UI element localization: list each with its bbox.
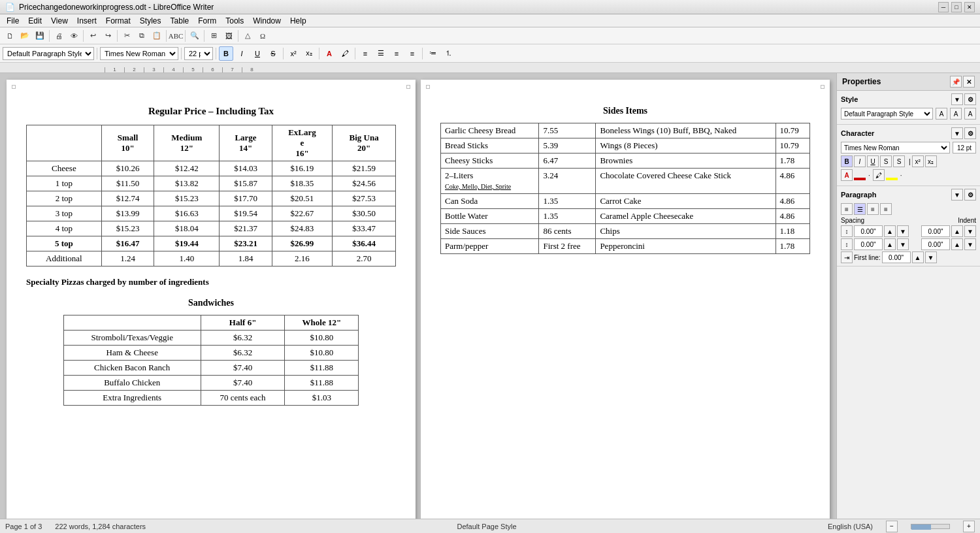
menu-form[interactable]: Form	[194, 15, 220, 27]
para-align-left[interactable]: ≡	[841, 203, 853, 215]
char-strike-button[interactable]: S	[880, 155, 892, 167]
character-section-label: Character	[841, 129, 874, 137]
menu-table[interactable]: Table	[167, 15, 193, 27]
new-button[interactable]: 🗋	[3, 29, 17, 43]
menu-help[interactable]: Help	[286, 15, 310, 27]
subscript-button[interactable]: x₂	[302, 46, 316, 61]
spacing-above-down[interactable]: ▼	[897, 225, 909, 237]
menu-insert[interactable]: Insert	[73, 15, 101, 27]
char-bold-button[interactable]: B	[841, 155, 853, 167]
preview-button[interactable]: 👁	[67, 29, 81, 43]
font-color-button[interactable]: A	[322, 46, 336, 61]
para-align-right[interactable]: ≡	[867, 203, 879, 215]
bold-button[interactable]: B	[219, 46, 233, 61]
char-shadow-button[interactable]: S	[893, 155, 905, 167]
firstline-down[interactable]: ▼	[925, 251, 937, 263]
panel-font-size-input[interactable]	[953, 142, 976, 153]
indent-right-down[interactable]: ▼	[964, 238, 976, 250]
menu-window[interactable]: Window	[249, 15, 285, 27]
spacing-above-up[interactable]: ▲	[884, 225, 896, 237]
menu-view[interactable]: View	[47, 15, 72, 27]
size-dropdown[interactable]: 22 pt	[184, 47, 213, 60]
status-zoom-in[interactable]: +	[963, 521, 975, 532]
char-super-button[interactable]: x²	[912, 155, 924, 167]
undo-button[interactable]: ↩	[86, 29, 100, 43]
menu-tools[interactable]: Tools	[221, 15, 248, 27]
style-settings-button[interactable]: ⚙	[964, 93, 976, 105]
zoom-slider[interactable]	[911, 524, 950, 529]
page-left: Regular Price – Including Tax Small10" M…	[7, 80, 416, 519]
align-center-button[interactable]: ☰	[374, 46, 388, 61]
insert-image-button[interactable]: 🖼	[221, 29, 236, 43]
properties-pin-button[interactable]: 📌	[950, 76, 962, 88]
strikethrough-button[interactable]: S	[266, 46, 280, 61]
char-expand-button[interactable]: ▼	[951, 127, 963, 139]
para-align-center[interactable]: ☰	[854, 203, 866, 215]
panel-style-dropdown[interactable]: Default Paragraph Style	[841, 108, 933, 120]
copy-button[interactable]: ⧉	[135, 29, 149, 43]
highlight-button[interactable]: 🖍	[338, 46, 352, 61]
menu-format[interactable]: Format	[102, 15, 135, 27]
style-dropdown[interactable]: Default Paragraph Style	[3, 47, 94, 60]
italic-button[interactable]: I	[235, 46, 249, 61]
minimize-button[interactable]: ─	[938, 2, 949, 12]
style-a2-button[interactable]: A	[964, 108, 976, 120]
indent-right-up[interactable]: ▲	[951, 238, 963, 250]
align-justify-button[interactable]: ≡	[405, 46, 419, 61]
align-right-button[interactable]: ≡	[389, 46, 404, 61]
char-underline-button[interactable]: U	[867, 155, 879, 167]
firstline-up[interactable]: ▲	[912, 251, 924, 263]
spacing-below-up[interactable]: ▲	[884, 238, 896, 250]
spacing-above-input[interactable]	[854, 225, 883, 237]
spacing-below-down[interactable]: ▼	[897, 238, 909, 250]
char-sub-button[interactable]: x₂	[925, 155, 937, 167]
spellcheck-button[interactable]: ABC	[169, 29, 183, 43]
numbering-button[interactable]: ⒈	[441, 46, 455, 61]
redo-button[interactable]: ↪	[101, 29, 115, 43]
close-button[interactable]: ✕	[964, 2, 975, 12]
maximize-button[interactable]: □	[951, 2, 962, 12]
char-font-color-button[interactable]: A	[841, 169, 853, 181]
cut-button[interactable]: ✂	[120, 29, 134, 43]
paste-button[interactable]: 📋	[150, 29, 164, 43]
cell-val: $16.47	[101, 236, 154, 251]
font-dropdown[interactable]: Times New Roman	[100, 47, 178, 60]
para-settings-button[interactable]: ⚙	[964, 189, 976, 201]
sand-whole: $11.88	[285, 361, 359, 376]
spacing-below-input[interactable]	[854, 238, 883, 250]
char-highlight-button[interactable]: 🖍	[873, 169, 885, 181]
indent-left-input[interactable]	[921, 225, 950, 237]
print-button[interactable]: 🖨	[52, 29, 66, 43]
status-zoom-out[interactable]: −	[886, 521, 898, 532]
bullets-button[interactable]: ≔	[425, 46, 440, 61]
panel-font-dropdown[interactable]: Times New Roman	[841, 142, 950, 153]
align-left-button[interactable]: ≡	[358, 46, 372, 61]
save-button[interactable]: 💾	[33, 29, 47, 43]
ruler: 1 2 3 4 5 6 7 8	[0, 63, 980, 73]
underline-button[interactable]: U	[250, 46, 265, 61]
indent-left-down[interactable]: ▼	[964, 225, 976, 237]
para-align-justify[interactable]: ≡	[880, 203, 892, 215]
para-expand-button[interactable]: ▼	[951, 189, 963, 201]
insert-table-button[interactable]: ⊞	[206, 29, 221, 43]
menu-file[interactable]: File	[3, 15, 23, 27]
style-a-button[interactable]: A	[950, 108, 962, 120]
style-new-button[interactable]: A	[936, 108, 947, 120]
char-settings-button[interactable]: ⚙	[964, 127, 976, 139]
special-char-button[interactable]: Ω	[255, 29, 270, 43]
menu-edit[interactable]: Edit	[24, 15, 46, 27]
shapes-button[interactable]: △	[240, 29, 255, 43]
style-expand-button[interactable]: ▼	[951, 93, 963, 105]
firstline-input[interactable]	[882, 251, 911, 263]
menu-styles[interactable]: Styles	[136, 15, 165, 27]
indent-left-up[interactable]: ▲	[951, 225, 963, 237]
indent-right-input[interactable]	[921, 238, 950, 250]
superscript-button[interactable]: x²	[286, 46, 301, 61]
open-button[interactable]: 📂	[18, 29, 32, 43]
document-area[interactable]: Regular Price – Including Tax Small10" M…	[0, 73, 836, 519]
char-italic-button[interactable]: I	[854, 155, 866, 167]
find-button[interactable]: 🔍	[188, 29, 202, 43]
properties-close-button[interactable]: ✕	[963, 76, 975, 88]
cell-val: $21.37	[220, 221, 272, 236]
cell-val: $22.67	[272, 206, 332, 221]
